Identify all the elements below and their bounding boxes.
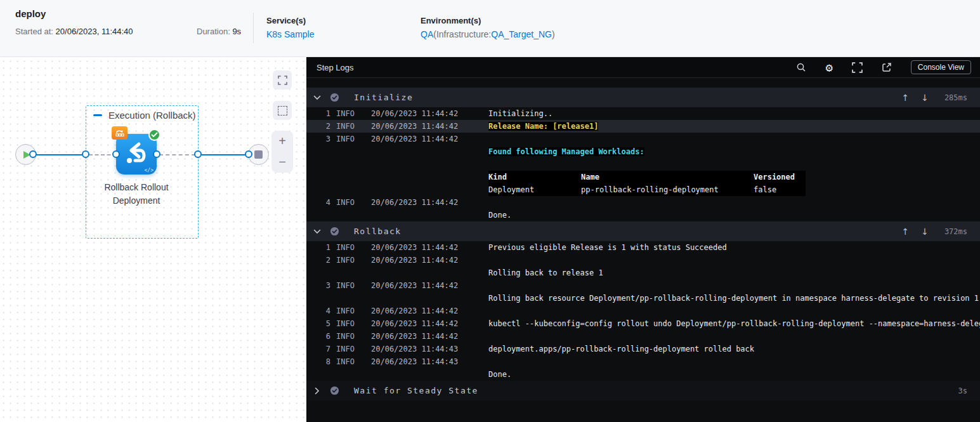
canvas-fullscreen-button[interactable] bbox=[273, 70, 292, 89]
scroll-to-top-icon[interactable]: ↑ bbox=[901, 227, 909, 237]
scroll-to-bottom-icon[interactable]: ↓ bbox=[921, 227, 929, 237]
log-timestamp bbox=[371, 183, 488, 196]
edge-start-to-group bbox=[33, 154, 86, 155]
step-node-label-line1: Rollback Rollout bbox=[82, 181, 190, 194]
log-line: Deploymentpp-rollback-rolling-deployment… bbox=[306, 183, 980, 196]
log-sections: Initialize↑↓285ms1INFO20/06/2023 11:44:4… bbox=[306, 88, 980, 400]
log-message bbox=[488, 254, 980, 267]
section-duration: 285ms bbox=[944, 93, 967, 102]
log-timestamp bbox=[371, 171, 488, 183]
infrastructure-link[interactable]: QA_Target_NG bbox=[491, 29, 552, 39]
log-timestamp: 20/06/2023 11:44:43 bbox=[371, 343, 488, 355]
log-line-number: 2 bbox=[306, 254, 330, 267]
log-level: INFO bbox=[336, 317, 371, 330]
log-line: 2INFO20/06/2023 11:44:42Release Name: [r… bbox=[306, 120, 980, 133]
log-line-number: 8 bbox=[306, 355, 330, 368]
services-label: Service(s) bbox=[266, 16, 314, 25]
log-message: deployment.apps/pp-rollback-rolling-depl… bbox=[488, 343, 980, 355]
started-at-label: Started at: bbox=[15, 27, 53, 36]
scroll-to-top-icon[interactable]: ↑ bbox=[901, 93, 909, 103]
workloads-table-cell: Name bbox=[581, 171, 754, 183]
log-message bbox=[488, 355, 980, 368]
services-link[interactable]: K8s Sample bbox=[266, 29, 314, 39]
zoom-out-button[interactable]: − bbox=[271, 152, 293, 173]
log-timestamp: 20/06/2023 11:44:42 bbox=[371, 120, 488, 133]
log-level bbox=[336, 171, 371, 183]
log-message: Deploymentpp-rollback-rolling-deployment… bbox=[488, 183, 980, 196]
chevron-down-icon[interactable] bbox=[313, 229, 322, 234]
external-link-icon[interactable] bbox=[882, 62, 892, 72]
rollback-step-node[interactable]: </> bbox=[116, 134, 157, 175]
duration-label: Duration: bbox=[197, 27, 230, 36]
workloads-table-cell: false bbox=[754, 183, 806, 196]
log-level: INFO bbox=[336, 196, 371, 209]
log-message: Found following Managed Workloads: bbox=[488, 145, 980, 158]
section-title: Initialize bbox=[354, 93, 413, 102]
step-logs-title: Step Logs bbox=[317, 63, 354, 72]
log-section-header[interactable]: Initialize↑↓285ms bbox=[306, 88, 980, 107]
log-section-header[interactable]: Wait for Steady State3s bbox=[306, 381, 980, 400]
log-line: Rolling back to release 1 bbox=[306, 267, 980, 279]
log-level: INFO bbox=[336, 343, 371, 355]
chevron-down-icon[interactable] bbox=[313, 95, 322, 100]
header-divider bbox=[253, 13, 254, 43]
log-line-number: 3 bbox=[306, 133, 330, 145]
log-timestamp: 20/06/2023 11:44:42 bbox=[371, 330, 488, 343]
environment-value: QA(Infrastructure:QA_Target_NG) bbox=[421, 29, 555, 39]
log-line-number bbox=[306, 209, 330, 221]
log-fullscreen-icon[interactable] bbox=[852, 62, 863, 73]
section-header-right: 3s bbox=[955, 386, 967, 395]
log-message: Done. bbox=[488, 209, 980, 221]
log-line bbox=[306, 158, 980, 171]
log-timestamp bbox=[371, 158, 488, 171]
log-line-number: 4 bbox=[306, 305, 330, 317]
rollout-badge-icon bbox=[112, 126, 127, 140]
section-success-icon bbox=[330, 386, 339, 395]
console-view-button[interactable]: Console View bbox=[911, 60, 971, 74]
log-level bbox=[336, 145, 371, 158]
step-node-label-line2: Deployment bbox=[82, 194, 190, 208]
environment-link[interactable]: QA bbox=[421, 29, 433, 39]
log-level bbox=[336, 368, 371, 381]
log-message: Release Name: [release1] bbox=[488, 120, 980, 133]
section-duration: 372ms bbox=[944, 227, 967, 236]
highlighted-log-text: Found following Managed Workloads: bbox=[488, 147, 644, 156]
log-timestamp: 20/06/2023 11:44:42 bbox=[371, 133, 488, 145]
search-icon[interactable] bbox=[796, 62, 806, 72]
log-line: 7INFO20/06/2023 11:44:43deployment.apps/… bbox=[306, 343, 980, 355]
step-logs-header: Step Logs ⚙ Console View bbox=[306, 57, 980, 78]
zoom-in-button[interactable]: + bbox=[271, 131, 293, 152]
log-timestamp bbox=[371, 145, 488, 158]
workloads-table-header: KindNameVersioned bbox=[488, 171, 806, 183]
canvas-marquee-button[interactable] bbox=[273, 101, 292, 120]
log-line-number bbox=[306, 158, 330, 171]
execution-group-title: Execution (Rollback) bbox=[108, 110, 196, 121]
connector-ring bbox=[153, 150, 160, 158]
log-line-number: 1 bbox=[306, 107, 330, 120]
log-line-number bbox=[306, 368, 330, 381]
execution-group-label[interactable]: Execution (Rollback) bbox=[93, 110, 196, 121]
collapse-minus-icon[interactable] bbox=[93, 114, 102, 116]
started-at-value: 20/06/2023, 11:44:40 bbox=[56, 27, 133, 36]
pipeline-title: deploy bbox=[15, 8, 46, 19]
section-success-icon bbox=[330, 227, 339, 236]
log-section-header[interactable]: Rollback↑↓372ms bbox=[306, 221, 980, 241]
log-level bbox=[336, 158, 371, 171]
section-title: Rollback bbox=[354, 227, 402, 236]
connector-ring bbox=[82, 150, 89, 158]
app-root: deploy Started at: 20/06/2023, 11:44:40 … bbox=[0, 0, 980, 422]
log-level: INFO bbox=[336, 355, 371, 368]
workloads-table-cell: pp-rollback-rolling-deployment bbox=[581, 183, 754, 196]
log-level: INFO bbox=[336, 279, 371, 292]
log-message bbox=[488, 196, 980, 209]
scroll-to-bottom-icon[interactable]: ↓ bbox=[921, 93, 929, 103]
code-glyph: </> bbox=[145, 168, 154, 173]
environments-block: Environment(s) QA(Infrastructure:QA_Targ… bbox=[421, 16, 555, 39]
log-timestamp: 20/06/2023 11:44:42 bbox=[371, 254, 488, 267]
gear-icon[interactable]: ⚙ bbox=[825, 62, 832, 74]
log-level bbox=[336, 267, 371, 279]
log-level bbox=[336, 183, 371, 196]
chevron-right-icon[interactable] bbox=[313, 388, 322, 393]
log-line-number: 3 bbox=[306, 279, 330, 292]
log-line: 4INFO20/06/2023 11:44:42 bbox=[306, 196, 980, 209]
